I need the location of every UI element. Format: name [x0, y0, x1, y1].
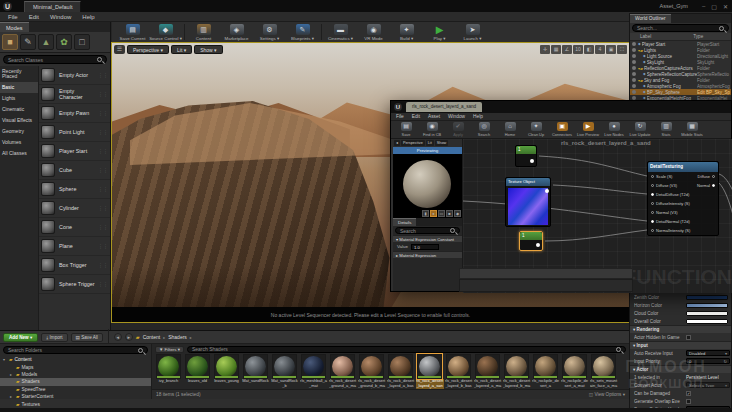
vr-button[interactable]: ◉VR Mode: [357, 24, 390, 41]
visibility-eye-icon[interactable]: [632, 72, 636, 76]
geometry-mode-icon[interactable]: □: [74, 34, 90, 50]
mat-stats-button[interactable]: ▥Stats: [653, 122, 679, 137]
outliner-row-lights[interactable]: ▾▰LightsFolder: [630, 47, 731, 53]
visibility-eye-icon[interactable]: [632, 66, 636, 70]
material-editor-tab[interactable]: rls_rock_desert_layerd_a_sand: [406, 102, 482, 112]
tab-modes[interactable]: Modes: [0, 22, 29, 32]
preview-shape-plane-button[interactable]: ▭: [438, 210, 445, 217]
category-geometry[interactable]: Geometry: [0, 126, 38, 137]
place-mode-icon[interactable]: ■: [2, 34, 18, 50]
visibility-eye-icon[interactable]: [632, 90, 636, 94]
viewport-corner-icon-4[interactable]: ◧: [584, 45, 594, 54]
mat-clean-up-button[interactable]: ✦Clean Up: [523, 122, 549, 137]
minimize-icon[interactable]: –: [702, 3, 705, 10]
save-all-button[interactable]: ▤ Save All: [71, 333, 103, 342]
mat-menu-file[interactable]: File: [396, 114, 404, 119]
folder-startercontent[interactable]: ▸▰StarterContent: [0, 393, 151, 400]
asset-rls_rockpile_desert_a[interactable]: rls_rockpile_desert_a: [531, 353, 560, 389]
mat-menu-edit[interactable]: Edit: [412, 114, 420, 119]
outliner-row-player-start[interactable]: ◆Player StartPlayerStart: [630, 41, 731, 47]
category-recently-placed[interactable]: Recently Placed: [0, 66, 38, 82]
input-pin[interactable]: [651, 175, 654, 178]
placeable-empty-character[interactable]: Empty Character⋮⋮: [39, 85, 110, 104]
input-pin[interactable]: [651, 211, 654, 214]
material-details-search[interactable]: Search: [395, 227, 460, 234]
view-options-button[interactable]: ◫ View Options ▾: [589, 392, 625, 397]
breadcrumb-shaders[interactable]: Shaders: [168, 334, 187, 340]
preview-shape-cube-button[interactable]: ■: [446, 210, 453, 217]
drag-handle-icon[interactable]: ⋮⋮: [98, 129, 108, 135]
asset-rls_rock_desert_layered_a_mat[interactable]: rls_rock_desert_layered_a_mat: [473, 353, 502, 389]
drag-handle-icon[interactable]: ⋮⋮: [98, 72, 108, 78]
viewport-corner-icon-2[interactable]: ∠: [562, 45, 572, 54]
input-pin[interactable]: [651, 202, 654, 205]
value-input[interactable]: 1.0: [411, 244, 439, 250]
preview-show-button[interactable]: Show: [435, 140, 449, 146]
viewport-lit-button[interactable]: Lit ▾: [171, 45, 192, 54]
input-pin[interactable]: [651, 184, 654, 187]
visibility-eye-icon[interactable]: [632, 84, 636, 88]
preview-perspective-button[interactable]: Perspective: [401, 140, 425, 146]
constant-node-1[interactable]: 1: [515, 145, 537, 167]
outliner-col-label[interactable]: Label: [640, 34, 651, 39]
visibility-eye-icon[interactable]: [632, 42, 636, 46]
output-pin[interactable]: [712, 175, 715, 178]
folder-textures[interactable]: ▰Textures: [0, 400, 151, 407]
viewport-perspective-button[interactable]: Perspective ▾: [127, 45, 169, 54]
drag-handle-icon[interactable]: ⋮⋮: [98, 281, 108, 287]
category-lights[interactable]: Lights: [0, 93, 38, 104]
drag-handle-icon[interactable]: ⋮⋮: [98, 148, 108, 154]
mat-mobile-stats-button[interactable]: ▦Mobile Stats: [679, 122, 705, 137]
placeable-cone[interactable]: Cone⋮⋮: [39, 218, 110, 237]
constant-node-2-selected[interactable]: 1: [519, 231, 543, 251]
tab-details[interactable]: Details: [393, 218, 416, 226]
dropdown[interactable]: Select a Type▾: [686, 382, 730, 388]
viewport-menu-icon[interactable]: ☰: [114, 45, 125, 54]
output-pin[interactable]: [530, 159, 534, 163]
build-button[interactable]: ✦Build ▾: [390, 24, 423, 41]
close-icon[interactable]: ✕: [723, 3, 728, 10]
folder-content[interactable]: ▾▰Content: [0, 356, 151, 363]
color-swatch[interactable]: [686, 295, 728, 300]
menu-window[interactable]: Window: [50, 14, 71, 20]
viewport-corner-icon-1[interactable]: ▦: [551, 45, 561, 54]
placeable-cylinder[interactable]: Cylinder⋮⋮: [39, 199, 110, 218]
viewport-corner-icon-0[interactable]: ✛: [540, 45, 550, 54]
viewport-corner-icon-6[interactable]: ▣: [606, 45, 616, 54]
material-preview-viewport[interactable]: ▮●▭■◆: [393, 154, 462, 218]
section-input[interactable]: ▾ Input: [630, 341, 731, 349]
drag-handle-icon[interactable]: ⋮⋮: [98, 205, 108, 211]
placeable-player-start[interactable]: Player Start⋮⋮: [39, 142, 110, 161]
section-material-expression-constant[interactable]: ▾ Material Expression Constant: [393, 235, 462, 242]
checkbox[interactable]: [686, 335, 691, 340]
color-swatch[interactable]: [686, 311, 728, 316]
asset-Mat_sandRock_b[interactable]: Mat_sandRock_b: [270, 353, 299, 389]
preview-shape-teapot-button[interactable]: ◆: [454, 210, 461, 217]
menu-file[interactable]: File: [8, 14, 18, 20]
mat-search-button[interactable]: ◎Search: [471, 122, 497, 137]
texture-object-node[interactable]: Texture Object: [505, 177, 551, 227]
section-material-expression[interactable]: ▸ Material Expression: [393, 251, 462, 258]
filters-button[interactable]: ▼ Filters ▾: [155, 346, 184, 353]
preview-shape-cylinder-button[interactable]: ▮: [422, 210, 429, 217]
play-button[interactable]: ▶Play ▾: [423, 24, 456, 41]
asset-rls_meshball_a_mat[interactable]: rls_meshball_a_mat: [299, 353, 328, 389]
asset-rls_rock_desert_ground_a_mat[interactable]: rls_rock_desert_ground_a_mat: [328, 353, 357, 389]
placeable-empty-pawn[interactable]: Empty Pawn⋮⋮: [39, 104, 110, 123]
launch-button[interactable]: ➤Launch ▾: [456, 24, 489, 41]
landscape-mode-icon[interactable]: ▲: [38, 34, 54, 50]
drag-handle-icon[interactable]: ⋮⋮: [98, 224, 108, 230]
add-new-button[interactable]: Add New ▾: [3, 333, 38, 342]
color-swatch[interactable]: [686, 303, 728, 308]
category-basic[interactable]: Basic: [0, 82, 38, 93]
mat-menu-window[interactable]: Window: [448, 114, 465, 119]
folder-shaders[interactable]: ▰Shaders: [0, 378, 151, 385]
category-all-classes[interactable]: All Classes: [0, 148, 38, 159]
settings-button[interactable]: ⚙Settings ▾: [253, 24, 286, 41]
asset-rls_sets_mountain_face_a_mat[interactable]: rls_sets_mountain_face_a_mat: [589, 353, 618, 389]
asset-rls_rock_desert_layerd_a_sand[interactable]: rls_rock_desert_layerd_a_sand: [415, 353, 444, 389]
visibility-eye-icon[interactable]: [632, 48, 636, 52]
outliner-row-sky-and-fog[interactable]: ▾▰Sky and FogFolder: [630, 77, 731, 83]
asset-rls_rock_desert_layered_b_mat[interactable]: rls_rock_desert_layered_b_mat: [502, 353, 531, 389]
input-pin[interactable]: [651, 193, 654, 196]
